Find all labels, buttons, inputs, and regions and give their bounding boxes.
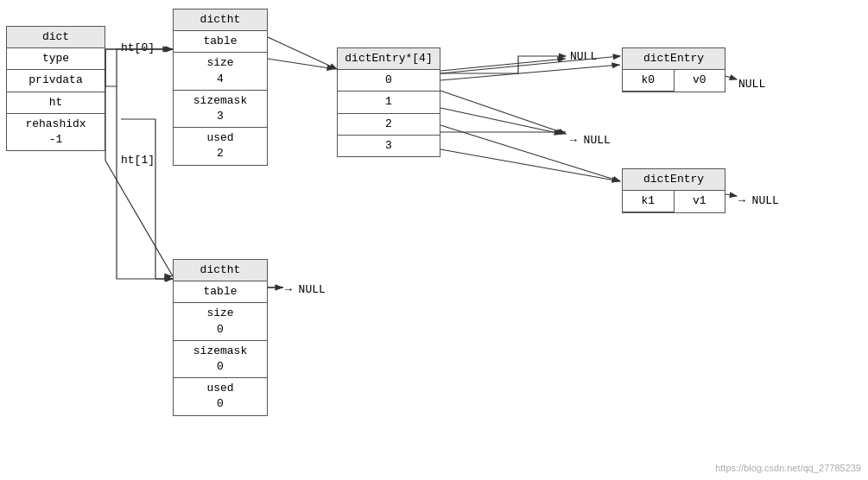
svg-line-23 (725, 76, 737, 79)
null-entry1-right: → NULL (738, 194, 779, 207)
dictarray-1: 1 (338, 92, 440, 113)
dictht1-used: used0 (174, 378, 267, 414)
dictht1-box: dictht table size0 sizemask0 used0 (173, 259, 268, 416)
dictentry0-k0: k0 (623, 70, 675, 92)
svg-line-4 (105, 161, 173, 276)
ht1-label: ht[1] (121, 154, 155, 167)
null-entry0-right: NULL (738, 78, 765, 91)
svg-line-18 (268, 37, 337, 69)
svg-line-11 (268, 59, 335, 69)
svg-line-20 (440, 91, 566, 134)
null-array-1: → NULL (570, 134, 611, 147)
dictht1-size: size0 (174, 303, 267, 340)
dictentry1-v1: v1 (675, 191, 725, 212)
dict-privdata: privdata (7, 70, 105, 92)
dict-rehashidx: rehashidx-1 (7, 114, 105, 150)
dictarray-0: 0 (338, 70, 440, 92)
dictentry0-box: dictEntry k0 v0 (622, 47, 725, 92)
dictht1-title: dictht (174, 260, 267, 281)
dictentry0-title: dictEntry (623, 48, 725, 70)
watermark: https://blog.csdn.net/qq_27785239 (715, 463, 861, 473)
svg-line-21 (440, 108, 561, 134)
dict-ht: ht (7, 92, 105, 114)
svg-line-24 (725, 194, 737, 196)
dictht0-size: size4 (174, 53, 267, 90)
null-array-top: NULL (570, 50, 597, 63)
dictarray-2: 2 (338, 114, 440, 136)
dictarray-3: 3 (338, 136, 440, 156)
diagram: dict type privdata ht rehashidx-1 ht[0] … (0, 0, 868, 480)
dictht0-title: dictht (174, 9, 267, 31)
svg-line-12 (440, 59, 566, 71)
svg-line-15 (440, 149, 620, 181)
ht0-label: ht[0] (121, 41, 155, 54)
dictht0-used: used2 (174, 128, 267, 164)
dict-title: dict (7, 27, 105, 48)
dictentry1-title: dictEntry (623, 169, 725, 191)
dict-type: type (7, 48, 105, 70)
dictht1-sizemask: sizemask0 (174, 341, 267, 378)
dictht1-table: table (174, 281, 267, 303)
dict-box: dict type privdata ht rehashidx-1 (6, 26, 105, 151)
dictarray-title: dictEntry*[4] (338, 48, 440, 70)
svg-line-13 (440, 65, 620, 80)
dictentry1-k1: k1 (623, 191, 675, 212)
dictht0-sizemask: sizemask3 (174, 91, 267, 128)
dictarray-box: dictEntry*[4] 0 1 2 3 (337, 47, 440, 157)
dictentry0-v0: v0 (675, 70, 725, 92)
dictht0-box: dictht table size4 sizemask3 used2 (173, 9, 268, 166)
dictht0-table: table (174, 31, 267, 53)
dictentry1-box: dictEntry k1 v1 (622, 168, 725, 213)
null-ht1-table: → NULL (285, 283, 326, 296)
